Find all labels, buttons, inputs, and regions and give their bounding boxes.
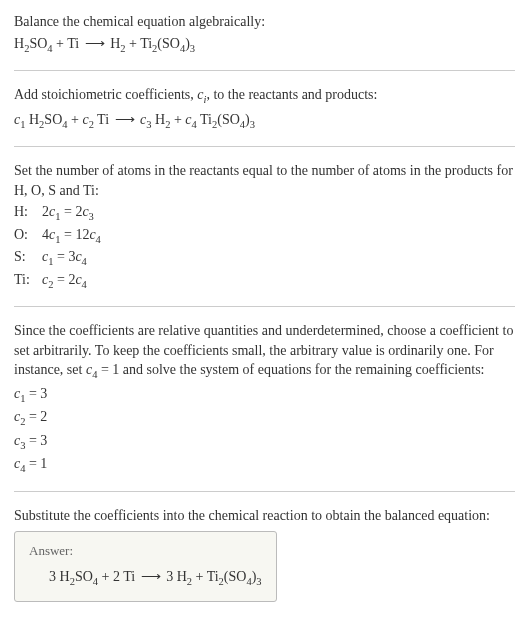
answer-label: Answer: <box>29 542 262 560</box>
coefficient-values: c1 = 3 c2 = 2 c3 = 3 c4 = 1 <box>14 384 515 477</box>
answer-box: Answer: 3 H2SO4 + 2 Ti ⟶ 3 H2 + Ti2(SO4)… <box>14 531 277 602</box>
coef-value: c4 = 1 <box>14 454 515 476</box>
balanced-equation: 3 H2SO4 + 2 Ti ⟶ 3 H2 + Ti2(SO4)3 <box>29 567 262 589</box>
arrow-icon: ⟶ <box>83 34 107 54</box>
atom-balance-intro: Set the number of atoms in the reactants… <box>14 161 515 200</box>
divider <box>14 146 515 147</box>
atom-row: Ti: c2 = 2c4 <box>14 270 515 292</box>
coef-value: c2 = 2 <box>14 407 515 429</box>
intro-section: Balance the chemical equation algebraica… <box>14 12 515 56</box>
unbalanced-equation: H2SO4 + Ti ⟶ H2 + Ti2(SO4)3 <box>14 34 515 56</box>
intro-text: Balance the chemical equation algebraica… <box>14 12 515 32</box>
atom-row: S: c1 = 3c4 <box>14 247 515 269</box>
final-intro: Substitute the coefficients into the che… <box>14 506 515 526</box>
atom-row: H: 2c1 = 2c3 <box>14 202 515 224</box>
atom-balance-section: Set the number of atoms in the reactants… <box>14 161 515 292</box>
arrow-icon: ⟶ <box>139 567 163 587</box>
coef-value: c3 = 3 <box>14 431 515 453</box>
coeff-equation: c1 H2SO4 + c2 Ti ⟶ c3 H2 + c4 Ti2(SO4)3 <box>14 110 515 132</box>
explanation-text: Since the coefficients are relative quan… <box>14 321 515 383</box>
coefficients-section: Add stoichiometric coefficients, ci, to … <box>14 85 515 132</box>
divider <box>14 306 515 307</box>
atom-balance-table: H: 2c1 = 2c3 O: 4c1 = 12c4 S: c1 = 3c4 T… <box>14 202 515 292</box>
arrow-icon: ⟶ <box>113 110 137 130</box>
final-section: Substitute the coefficients into the che… <box>14 506 515 602</box>
divider <box>14 491 515 492</box>
atom-row: O: 4c1 = 12c4 <box>14 225 515 247</box>
explanation-section: Since the coefficients are relative quan… <box>14 321 515 477</box>
coeffs-intro: Add stoichiometric coefficients, ci, to … <box>14 85 515 107</box>
coef-value: c1 = 3 <box>14 384 515 406</box>
divider <box>14 70 515 71</box>
